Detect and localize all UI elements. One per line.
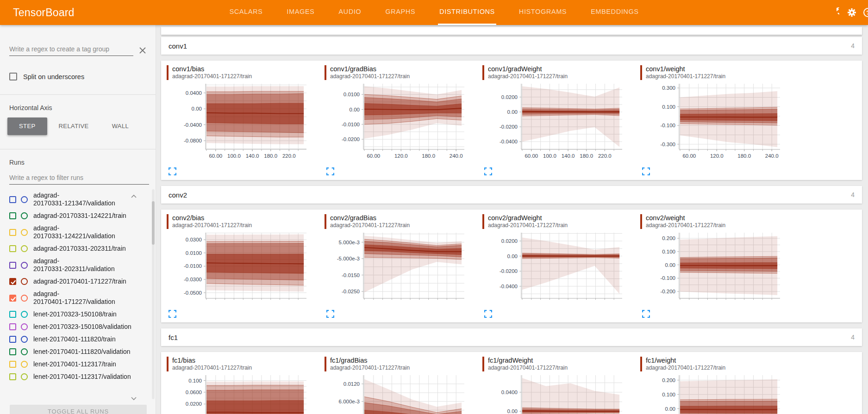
scroll-up-icon[interactable] [131,192,137,197]
axis-mode-wall[interactable]: WALL [100,117,141,135]
tab-scalars[interactable]: SCALARS [228,0,264,25]
distribution-plot[interactable]: 0.02000.00-0.0200-0.0400 [481,230,631,304]
toggle-all-runs-button[interactable]: TOGGLE ALL RUNS [10,405,147,414]
run-item[interactable]: lenet-20170401-111820/train [9,333,156,346]
run-radio[interactable] [21,229,28,236]
run-radio[interactable] [21,361,28,368]
chart-header: fc1/gradBiasadagrad-20170401-171227/trai… [325,357,481,371]
section-charts-fc1: fc1/biasadagrad-20170401-171227/train0.1… [161,352,862,414]
expand-icon[interactable] [642,310,650,318]
run-radio[interactable] [21,373,28,380]
chart-title: conv1/gradBias [330,65,410,73]
distribution-plot[interactable]: 0.01000.00-0.0100-0.020060.00120.0180.02… [324,81,473,162]
run-checkbox[interactable] [9,229,16,236]
scrollbar-thumb[interactable] [152,201,155,245]
expand-icon[interactable] [484,167,492,175]
chart-header: fc1/weightadagrad-20170401-171227/train [640,357,797,371]
expand-icon[interactable] [642,167,650,175]
run-item[interactable]: adagrad-20170401-171227/validation [9,288,156,308]
run-checkbox[interactable] [9,323,16,330]
run-radio[interactable] [21,196,28,203]
distribution-plot[interactable]: 0.1000.06000.0200-0.0200 [166,372,315,414]
run-radio[interactable] [21,323,28,330]
y-tick-label: -0.0400 [500,139,518,144]
help-icon[interactable]: ? [863,7,868,18]
run-item[interactable]: adagrad-20170331-202311/validation [9,255,156,275]
run-checkbox[interactable] [9,212,16,219]
section-header-conv1[interactable]: conv14 [161,37,862,55]
run-checkbox[interactable] [9,295,16,302]
distribution-plot[interactable]: 0.04000.00-0.0400 [481,372,631,414]
run-item[interactable]: lenet-20170401-111820/validation [9,346,156,358]
distribution-plot[interactable]: 5.000e-3-5.000e-3-0.0150-0.0250 [324,230,473,304]
scroll-down-icon[interactable] [131,395,137,399]
run-checkbox[interactable] [9,196,16,203]
run-item[interactable]: adagrad-20170331-124221/validation [9,222,156,242]
y-tick-label: 0.300 [662,85,675,91]
chart-header: conv2/gradBiasadagrad-20170401-171227/tr… [325,214,481,229]
tab-histograms[interactable]: HISTOGRAMS [518,0,568,25]
run-checkbox[interactable] [9,361,16,368]
run-item[interactable]: adagrad-20170401-171227/train [9,275,156,288]
chart-color-bar [325,65,326,80]
run-label: adagrad-20170331-202311/validation [33,257,139,273]
run-radio[interactable] [21,262,28,269]
run-checkbox[interactable] [9,278,16,285]
x-tick-label: 180.0 [422,153,435,159]
chart-color-bar [482,214,484,229]
tab-audio[interactable]: AUDIO [337,0,362,25]
run-radio[interactable] [21,245,28,252]
run-radio[interactable] [21,278,28,285]
expand-icon[interactable] [326,167,334,175]
run-checkbox[interactable] [9,348,16,355]
section-header-conv2[interactable]: conv24 [161,186,862,204]
settings-icon[interactable] [847,7,857,18]
distribution-plot[interactable]: 0.2000.1000.00-0.100-0.200 [639,230,788,304]
run-item[interactable]: lenet-20170323-150108/train [9,308,156,321]
run-item[interactable]: lenet-20170401-112317/train [9,358,156,371]
run-item[interactable]: lenet-20170323-150108/validation [9,321,156,333]
tab-graphs[interactable]: GRAPHS [384,0,417,25]
run-filter-input[interactable] [9,172,149,185]
expand-icon[interactable] [169,310,176,318]
distribution-plot[interactable]: 0.2000.1000.00-0.100 [639,372,788,414]
x-tick-label: 60.00 [209,153,222,159]
refresh-icon[interactable] [829,7,839,18]
distribution-plot[interactable]: 0.04000.00-0.0400-0.080060.00100.0140.01… [166,81,315,162]
run-item[interactable]: adagrad-20170331-202311/train [9,242,156,255]
run-radio[interactable] [21,336,28,343]
distribution-plot[interactable]: 0.01206.000e-30.00 [324,372,473,414]
tab-images[interactable]: IMAGES [285,0,316,25]
axis-mode-step[interactable]: STEP [7,117,47,135]
distribution-plot[interactable]: 0.3000.100-0.100-0.30060.00120.0180.0240… [639,81,788,162]
expand-icon[interactable] [484,310,492,318]
tab-distributions[interactable]: DISTRIBUTIONS [438,0,496,25]
run-checkbox[interactable] [9,373,16,380]
run-checkbox[interactable] [9,262,16,269]
tab-embeddings[interactable]: EMBEDDINGS [589,0,640,25]
close-icon[interactable] [138,46,147,55]
chart-title: conv2/weight [646,214,725,222]
axis-mode-relative[interactable]: RELATIVE [47,117,100,135]
run-checkbox[interactable] [9,336,16,343]
split-underscores-checkbox[interactable] [9,73,17,80]
run-radio[interactable] [21,348,28,355]
expand-icon[interactable] [169,167,176,175]
expand-icon[interactable] [326,310,334,318]
run-item[interactable]: adagrad-20170331-124221/train [9,210,156,222]
run-item[interactable]: lenet-20170401-112317/validation [9,371,156,383]
run-radio[interactable] [21,311,28,318]
distribution-plot[interactable]: 0.02000.00-0.0200-0.040060.00100.0140.01… [481,81,631,162]
run-radio[interactable] [21,295,28,302]
run-checkbox[interactable] [9,311,16,318]
x-tick-label: 220.0 [282,153,296,159]
split-underscores-row[interactable]: Split on underscores [9,73,146,80]
x-tick-label: 140.0 [562,153,575,159]
tag-group-regex-input[interactable] [9,43,133,56]
chart-title-block: conv2/biasadagrad-20170401-171227/train [172,214,252,229]
section-header-fc1[interactable]: fc14 [161,328,862,346]
y-tick-label: 0.0120 [343,381,360,387]
distribution-plot[interactable]: 0.03000.0100-0.0100-0.0300-0.0500 [166,230,315,304]
run-radio[interactable] [21,212,28,219]
run-checkbox[interactable] [9,245,16,252]
